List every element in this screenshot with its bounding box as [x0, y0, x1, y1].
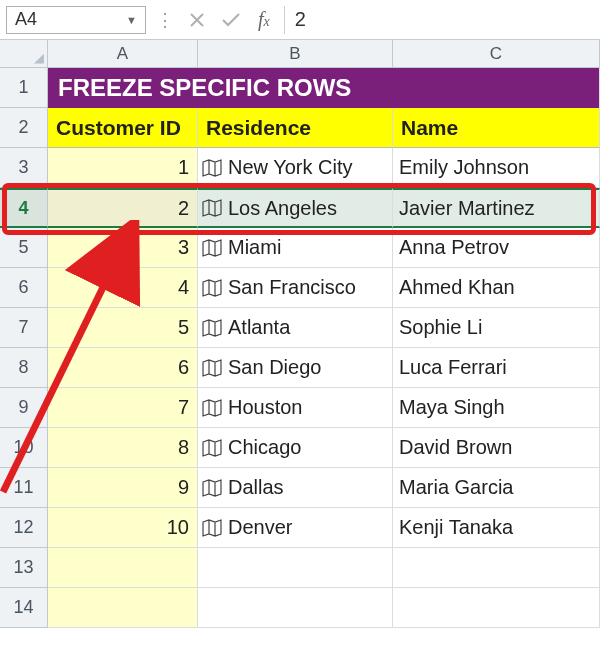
- row-header[interactable]: 9: [0, 388, 48, 428]
- row-header[interactable]: 11: [0, 468, 48, 508]
- row-header[interactable]: 10: [0, 428, 48, 468]
- cell[interactable]: [393, 548, 600, 588]
- cell-customer-id[interactable]: 8: [48, 428, 198, 468]
- cell-customer-id[interactable]: 2: [48, 188, 198, 228]
- row-header[interactable]: 14: [0, 588, 48, 628]
- residence-text: Los Angeles: [228, 197, 337, 220]
- cell-customer-id[interactable]: 1: [48, 148, 198, 188]
- row-header[interactable]: 2: [0, 108, 48, 148]
- map-icon: [202, 159, 222, 177]
- residence-text: Denver: [228, 516, 292, 539]
- table-row: 97HoustonMaya Singh: [0, 388, 600, 428]
- cell-name[interactable]: Emily Johnson: [393, 148, 600, 188]
- map-icon: [202, 439, 222, 457]
- spreadsheet-grid[interactable]: ◢ A B C 1 FREEZE SPECIFIC ROWS 2 Custome…: [0, 40, 600, 628]
- residence-text: Dallas: [228, 476, 284, 499]
- row-header[interactable]: 5: [0, 228, 48, 268]
- map-icon: [202, 319, 222, 337]
- row-header[interactable]: 3: [0, 148, 48, 188]
- residence-text: Atlanta: [228, 316, 290, 339]
- cell-customer-id[interactable]: 6: [48, 348, 198, 388]
- residence-text: San Francisco: [228, 276, 356, 299]
- cell-residence[interactable]: Los Angeles: [198, 188, 393, 228]
- residence-text: New York City: [228, 156, 353, 179]
- map-icon: [202, 359, 222, 377]
- residence-text: Miami: [228, 236, 281, 259]
- cell-residence[interactable]: Atlanta: [198, 308, 393, 348]
- map-icon: [202, 479, 222, 497]
- header-residence[interactable]: Residence: [198, 108, 393, 148]
- residence-text: Chicago: [228, 436, 301, 459]
- cell-residence[interactable]: New York City: [198, 148, 393, 188]
- cell-name[interactable]: Ahmed Khan: [393, 268, 600, 308]
- formula-input[interactable]: [284, 6, 594, 34]
- column-header-a[interactable]: A: [48, 40, 198, 68]
- cell-name[interactable]: Maria Garcia: [393, 468, 600, 508]
- table-row: 108ChicagoDavid Brown: [0, 428, 600, 468]
- cell-customer-id[interactable]: 7: [48, 388, 198, 428]
- map-icon: [202, 279, 222, 297]
- table-row: 53MiamiAnna Petrov: [0, 228, 600, 268]
- cell-name[interactable]: Luca Ferrari: [393, 348, 600, 388]
- cell-customer-id[interactable]: 9: [48, 468, 198, 508]
- cell-residence[interactable]: Denver: [198, 508, 393, 548]
- cell[interactable]: [393, 588, 600, 628]
- cell-customer-id[interactable]: 3: [48, 228, 198, 268]
- cell-name[interactable]: Javier Martinez: [393, 188, 600, 228]
- row-header[interactable]: 13: [0, 548, 48, 588]
- column-header-c[interactable]: C: [393, 40, 600, 68]
- cell-name[interactable]: Anna Petrov: [393, 228, 600, 268]
- table-row: 1 FREEZE SPECIFIC ROWS: [0, 68, 600, 108]
- fx-icon[interactable]: fx: [258, 8, 270, 31]
- table-row: 86San DiegoLuca Ferrari: [0, 348, 600, 388]
- residence-text: San Diego: [228, 356, 321, 379]
- column-header-b[interactable]: B: [198, 40, 393, 68]
- formula-bar: A4 ▼ ⋮ fx: [0, 0, 600, 40]
- header-name[interactable]: Name: [393, 108, 600, 148]
- select-all-triangle[interactable]: ◢: [0, 40, 48, 68]
- cell[interactable]: [198, 588, 393, 628]
- cell[interactable]: [48, 548, 198, 588]
- table-row: 13: [0, 548, 600, 588]
- row-header[interactable]: 4: [0, 188, 48, 228]
- table-row: 119DallasMaria Garcia: [0, 468, 600, 508]
- confirm-edit-button[interactable]: [218, 7, 244, 33]
- name-box-value: A4: [15, 9, 37, 30]
- row-header[interactable]: 8: [0, 348, 48, 388]
- table-row: 2 Customer ID Residence Name: [0, 108, 600, 148]
- map-icon: [202, 199, 222, 217]
- map-icon: [202, 399, 222, 417]
- table-row: 42Los AngelesJavier Martinez: [0, 188, 600, 228]
- cell-name[interactable]: Kenji Tanaka: [393, 508, 600, 548]
- residence-text: Houston: [228, 396, 303, 419]
- cell[interactable]: [48, 588, 198, 628]
- cell-customer-id[interactable]: 5: [48, 308, 198, 348]
- map-icon: [202, 519, 222, 537]
- cell-name[interactable]: Sophie Li: [393, 308, 600, 348]
- table-row: 31New York CityEmily Johnson: [0, 148, 600, 188]
- cell-residence[interactable]: San Diego: [198, 348, 393, 388]
- cell-name[interactable]: Maya Singh: [393, 388, 600, 428]
- header-customer-id[interactable]: Customer ID: [48, 108, 198, 148]
- chevron-down-icon: ▼: [126, 14, 137, 26]
- column-headers: ◢ A B C: [0, 40, 600, 68]
- row-header[interactable]: 7: [0, 308, 48, 348]
- table-row: 14: [0, 588, 600, 628]
- cell-customer-id[interactable]: 10: [48, 508, 198, 548]
- row-header[interactable]: 12: [0, 508, 48, 548]
- row-header[interactable]: 6: [0, 268, 48, 308]
- separator-icon: ⋮: [156, 9, 174, 31]
- cell-residence[interactable]: Miami: [198, 228, 393, 268]
- name-box[interactable]: A4 ▼: [6, 6, 146, 34]
- cell-residence[interactable]: Chicago: [198, 428, 393, 468]
- cell-name[interactable]: David Brown: [393, 428, 600, 468]
- map-icon: [202, 239, 222, 257]
- cell[interactable]: [198, 548, 393, 588]
- cell-residence[interactable]: Dallas: [198, 468, 393, 508]
- cell-residence[interactable]: San Francisco: [198, 268, 393, 308]
- cancel-edit-button[interactable]: [184, 7, 210, 33]
- title-cell[interactable]: FREEZE SPECIFIC ROWS: [48, 68, 600, 108]
- cell-residence[interactable]: Houston: [198, 388, 393, 428]
- cell-customer-id[interactable]: 4: [48, 268, 198, 308]
- row-header[interactable]: 1: [0, 68, 48, 108]
